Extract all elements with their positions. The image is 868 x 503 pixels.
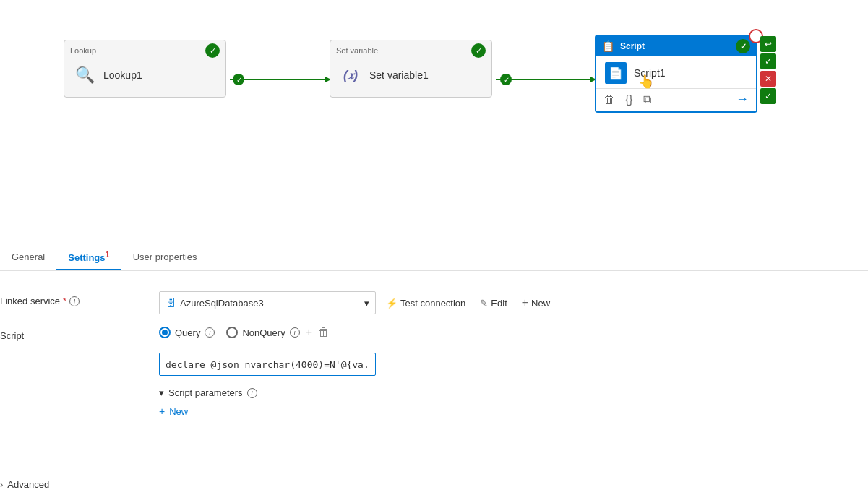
script-copy-btn[interactable]: ⧉ [643,93,651,106]
setvariable-node-header: Set variable ✓ [330,40,491,59]
script-action-check[interactable]: ✓ [760,53,776,69]
edit-label: Edit [491,298,507,309]
script-node[interactable]: ↩ ✓ ✕ ✓ 📋 Script ✓ 📄 Script1 🗑 {} ⧉ → 👆 [595,35,757,113]
query-radio-btn[interactable] [159,327,171,338]
advanced-label: Advanced [7,479,49,490]
script-controls: Query i NonQuery i + 🗑 [159,326,330,339]
new-param-plus-icon: + [159,405,165,417]
linked-service-label: Linked service * i [0,291,159,306]
test-connection-icon: ⚡ [386,298,398,309]
linked-service-required-star: * [63,296,66,306]
script-node-actions: ↩ ✓ ✕ ✓ [760,36,776,104]
bottom-panel: General Settings1 User properties Linked… [0,238,868,503]
svg-text:✓: ✓ [236,76,242,84]
script-action-redo[interactable]: ↩ [760,36,776,52]
script-node-header-icon: 📋 [602,40,614,52]
script-params-section: ▾ Script parameters i + New [159,387,868,417]
setvariable-node-type-label: Set variable [336,46,378,55]
tab-settings-badge: 1 [106,250,110,259]
nonquery-info-icon[interactable]: i [290,327,300,338]
svg-point-6 [500,74,512,85]
script-delete-btn[interactable]: 🗑 [603,93,615,106]
script-code-btn[interactable]: {} [625,93,633,106]
nonquery-radio-label: NonQuery [242,327,285,338]
script-radio-group: Query i NonQuery i [159,327,300,338]
script-input-row [0,347,868,382]
linked-service-dropdown[interactable]: 🗄 AzureSqlDatabase3 ▾ [159,291,376,314]
query-radio-option[interactable]: Query i [159,327,215,338]
script-input-spacer [0,353,159,357]
tabs-bar: General Settings1 User properties [0,238,868,271]
script-params-info-icon[interactable]: i [247,388,257,398]
script-input-area [159,353,376,376]
lookup-node-name: Lookup1 [103,69,142,81]
script-input[interactable] [159,353,376,376]
nonquery-radio-btn[interactable] [226,327,238,338]
setvariable-node[interactable]: Set variable ✓ (𝑥) Set variable1 [330,40,492,98]
script-form-label: Script [0,326,159,341]
new-param-label: New [169,406,188,417]
new-plus-icon: + [522,296,528,309]
tab-userprops-label: User properties [133,252,197,262]
setvariable-node-body: (𝑥) Set variable1 [330,59,491,94]
remove-script-btn[interactable]: 🗑 [318,326,330,339]
lookup-check-badge: ✓ [205,43,220,58]
tab-userprops[interactable]: User properties [121,246,209,270]
lookup-node-body: 🔍 Lookup1 [64,59,225,94]
tab-settings[interactable]: Settings1 [56,244,121,270]
nonquery-radio-option[interactable]: NonQuery i [226,327,299,338]
tab-general[interactable]: General [0,246,56,270]
new-param-row[interactable]: + New [159,405,868,417]
script-action-close[interactable]: ✕ [760,71,776,87]
query-radio-label: Query [175,327,200,338]
add-remove-btns: + 🗑 [306,326,330,339]
new-linked-btn[interactable]: + New [517,296,554,309]
script-node-name: Script1 [634,67,666,79]
script-node-header-label: Script [620,41,645,51]
tab-general-label: General [12,252,45,262]
advanced-chevron-icon: › [0,479,3,490]
linked-service-info-icon[interactable]: i [69,296,80,306]
add-script-btn[interactable]: + [306,326,312,339]
setvariable-node-name: Set variable1 [369,69,429,81]
script-node-body: 📄 Script1 [596,56,756,88]
tab-settings-label: Settings [68,252,105,263]
edit-icon: ✎ [480,298,488,309]
linked-service-label-text: Linked service [0,296,60,306]
advanced-section: › Advanced [0,473,868,496]
test-connection-btn[interactable]: ⚡ Test connection [382,298,470,309]
lookup-icon: 🔍 [73,64,96,87]
setvariable-icon: (𝑥) [339,64,362,87]
script-row: Script Query i NonQuery i + [0,320,868,347]
script-body-icon: 📄 [605,62,627,84]
svg-text:✓: ✓ [504,76,510,84]
script-params-label: Script parameters [168,387,243,398]
settings-content: Linked service * i 🗄 AzureSqlDatabase3 ▾… [0,271,868,417]
script-node-toolbar: 🗑 {} ⧉ → 👆 [596,88,756,111]
linked-service-value: AzureSqlDatabase3 [180,298,264,309]
pipeline-canvas: ✓ ✓ Lookup ✓ 🔍 Lookup1 Set variable ✓ (𝑥… [0,0,868,238]
script-run-btn[interactable]: → [736,92,749,107]
lookup-node[interactable]: Lookup ✓ 🔍 Lookup1 [64,40,226,98]
script-node-header: 📋 Script ✓ [596,36,756,56]
lookup-node-header: Lookup ✓ [64,40,225,59]
linked-service-row: Linked service * i 🗄 AzureSqlDatabase3 ▾… [0,285,868,320]
script-action-check2[interactable]: ✓ [760,88,776,104]
collapse-chevron-icon: ▾ [159,387,164,398]
setvariable-check-badge: ✓ [471,43,486,58]
query-info-icon[interactable]: i [205,327,215,338]
linked-service-controls: 🗄 AzureSqlDatabase3 ▾ ⚡ Test connection … [159,291,554,314]
script-node-check-badge: ✓ [736,39,750,53]
linked-service-chevron: ▾ [364,298,369,309]
lookup-node-type-label: Lookup [70,46,96,55]
advanced-header[interactable]: › Advanced [0,479,868,490]
edit-btn[interactable]: ✎ Edit [476,298,511,309]
script-params-collapse[interactable]: ▾ Script parameters i [159,387,868,398]
new-label: New [531,298,550,309]
linked-service-db-icon: 🗄 [166,297,176,309]
test-connection-label: Test connection [400,298,465,309]
script-label-text: Script [0,330,24,341]
svg-point-2 [233,74,244,85]
